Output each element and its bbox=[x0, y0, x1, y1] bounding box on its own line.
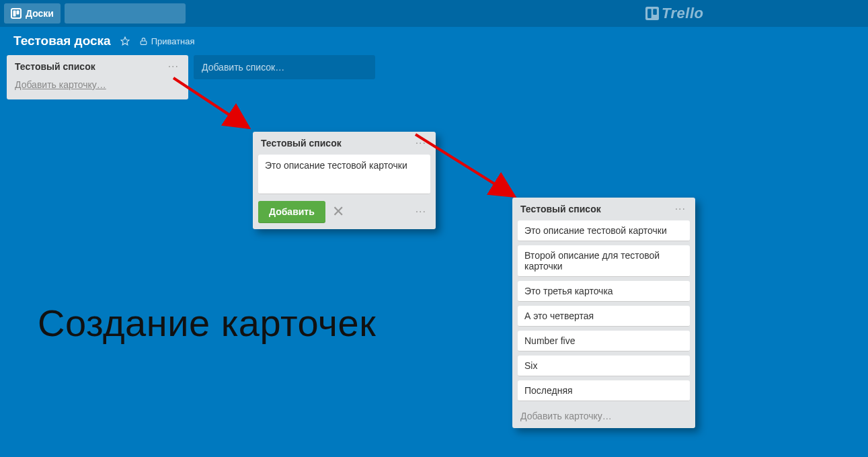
list-menu-button[interactable]: ··· bbox=[165, 60, 182, 73]
add-button[interactable]: Добавить bbox=[258, 201, 325, 222]
board-name[interactable]: Тестовая доска bbox=[13, 34, 111, 48]
star-button[interactable] bbox=[120, 36, 130, 46]
svg-rect-2 bbox=[17, 11, 19, 15]
card[interactable]: Это третья карточка bbox=[518, 281, 690, 302]
privacy-button[interactable]: Приватная bbox=[139, 36, 195, 46]
add-card-link[interactable]: Добавить карточку… bbox=[512, 405, 695, 428]
svg-marker-8 bbox=[121, 37, 129, 45]
list-menu-button[interactable]: ··· bbox=[413, 137, 429, 149]
lists-row: Тестовый список ··· Добавить карточку… Д… bbox=[0, 55, 868, 99]
card-composer-actions: Добавить ✕ ··· bbox=[253, 194, 436, 229]
card[interactable]: Второй описание для тестовой карточки bbox=[518, 245, 690, 277]
star-icon bbox=[120, 36, 130, 46]
trello-logo: Trello bbox=[645, 5, 704, 22]
trello-logo-icon bbox=[645, 7, 659, 20]
svg-rect-0 bbox=[11, 9, 21, 18]
card[interactable]: Number five bbox=[518, 331, 690, 351]
svg-rect-9 bbox=[141, 40, 147, 44]
svg-rect-6 bbox=[647, 9, 652, 18]
search-input[interactable] bbox=[70, 9, 184, 19]
caption-text: Создание карточек bbox=[38, 301, 376, 345]
svg-rect-7 bbox=[653, 9, 657, 15]
add-card-link[interactable]: Добавить карточку… bbox=[7, 75, 188, 95]
list-menu-button[interactable]: ··· bbox=[672, 203, 688, 215]
card[interactable]: Последняя bbox=[518, 380, 690, 401]
list-header: Тестовый список ··· bbox=[253, 132, 436, 152]
trello-logo-text: Trello bbox=[662, 5, 704, 22]
card-composer-menu-button[interactable]: ··· bbox=[411, 206, 430, 218]
privacy-label: Приватная bbox=[151, 36, 195, 46]
add-list-button[interactable]: Добавить список… bbox=[194, 55, 375, 79]
board-header: Тестовая доска Приватная bbox=[0, 27, 868, 55]
list-header: Тестовый список ··· bbox=[512, 198, 695, 218]
list-title[interactable]: Тестовый список bbox=[261, 138, 342, 149]
svg-rect-5 bbox=[645, 7, 659, 20]
boards-button[interactable]: Доски bbox=[4, 3, 61, 24]
list-title[interactable]: Тестовый список bbox=[520, 204, 601, 214]
boards-button-label: Доски bbox=[26, 8, 54, 19]
card[interactable]: Six bbox=[518, 356, 690, 376]
card[interactable]: А это четвертая bbox=[518, 306, 690, 327]
list-header: Тестовый список ··· bbox=[7, 55, 188, 75]
close-icon[interactable]: ✕ bbox=[332, 204, 344, 219]
lock-icon bbox=[139, 37, 148, 46]
list: Тестовый список ··· Добавить карточку… bbox=[7, 55, 188, 99]
search-box[interactable] bbox=[65, 3, 186, 24]
top-header: Доски Trello bbox=[0, 0, 868, 27]
boards-icon bbox=[11, 8, 22, 19]
card[interactable]: Это описание тестовой карточки bbox=[518, 220, 690, 241]
card-composer-textarea[interactable]: Это описание тестовой карточки bbox=[258, 155, 430, 194]
svg-rect-1 bbox=[13, 11, 16, 17]
list-composing: Тестовый список ··· Это описание тестово… bbox=[253, 132, 436, 229]
list-title[interactable]: Тестовый список bbox=[15, 61, 95, 72]
list-filled: Тестовый список ··· Это описание тестово… bbox=[512, 198, 695, 428]
